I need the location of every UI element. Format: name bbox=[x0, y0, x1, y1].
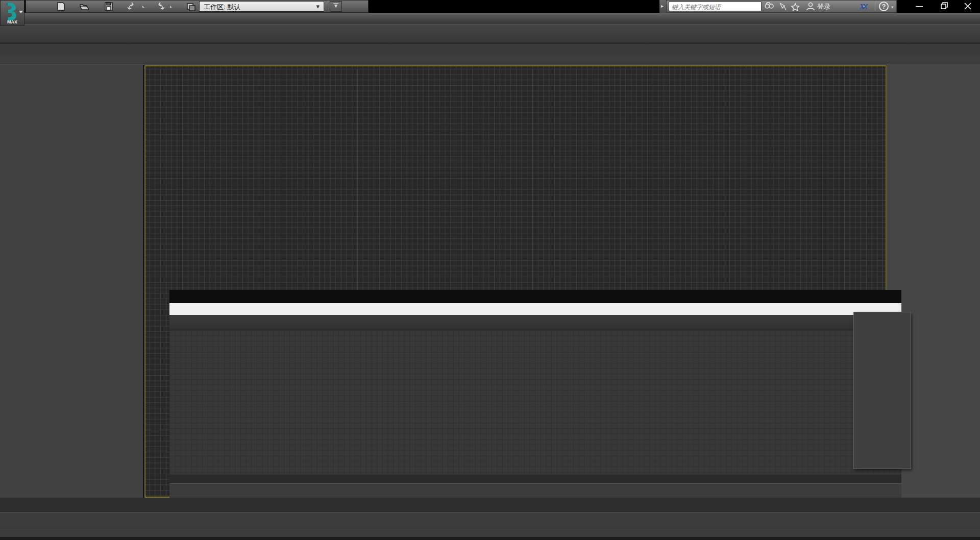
svg-text:登录: 登录 bbox=[817, 3, 830, 10]
svg-text:MAX: MAX bbox=[7, 19, 17, 24]
